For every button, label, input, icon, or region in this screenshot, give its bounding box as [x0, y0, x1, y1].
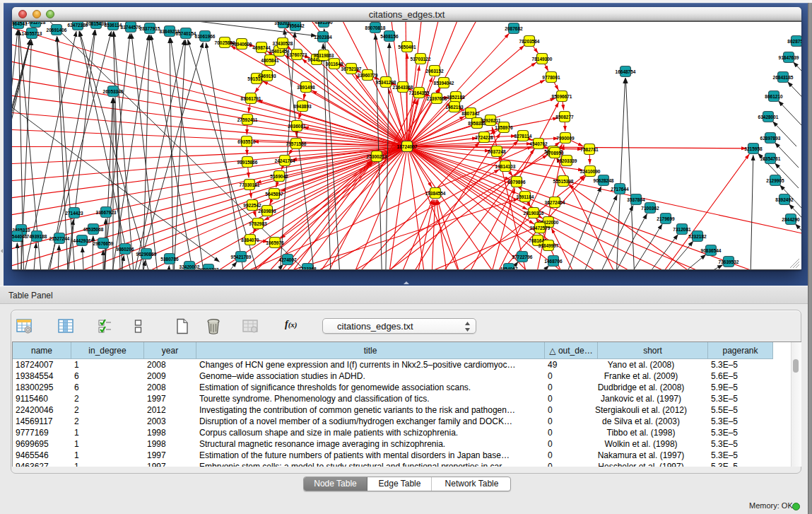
svg-text:5650401: 5650401	[398, 45, 416, 49]
svg-text:39472579: 39472579	[530, 226, 551, 230]
svg-text:83744576: 83744576	[121, 25, 141, 30]
svg-text:8028755: 8028755	[787, 39, 801, 44]
svg-text:26843185: 26843185	[773, 75, 794, 80]
svg-text:96319863: 96319863	[314, 53, 334, 58]
svg-text:96290869: 96290869	[136, 252, 157, 257]
svg-text:2129905: 2129905	[766, 178, 784, 183]
svg-text:3708950: 3708950	[546, 151, 564, 156]
svg-text:63428001: 63428001	[758, 115, 779, 119]
svg-text:33960779: 33960779	[358, 73, 378, 78]
svg-text:6469193: 6469193	[258, 74, 276, 78]
svg-text:1358976: 1358976	[495, 125, 513, 130]
svg-text:7722368: 7722368	[298, 267, 317, 270]
svg-text:7582781: 7582781	[580, 147, 599, 152]
svg-text:8943893: 8943893	[293, 104, 312, 109]
svg-text:93760773: 93760773	[287, 52, 307, 57]
svg-text:9922542: 9922542	[243, 203, 261, 208]
svg-text:8392492: 8392492	[775, 197, 794, 202]
svg-text:37430528: 37430528	[273, 41, 293, 46]
svg-text:8536114: 8536114	[105, 23, 122, 28]
svg-text:36752197: 36752197	[341, 66, 362, 71]
svg-text:4442936: 4442936	[73, 238, 91, 243]
svg-text:21527244: 21527244	[49, 236, 70, 241]
svg-text:21643368: 21643368	[393, 85, 413, 90]
svg-text:3891498: 3891498	[297, 85, 315, 90]
svg-text:32420002: 32420002	[180, 264, 200, 269]
svg-text:1202384: 1202384	[314, 35, 332, 40]
svg-text:4274007: 4274007	[278, 257, 297, 262]
svg-text:6935510: 6935510	[237, 139, 256, 144]
svg-text:30926211: 30926211	[481, 118, 501, 123]
svg-text:95421789: 95421789	[231, 255, 252, 259]
svg-text:85096671: 85096671	[552, 94, 572, 99]
svg-text:91847639: 91847639	[779, 55, 799, 60]
svg-text:2844290: 2844290	[782, 217, 800, 222]
svg-text:17912728: 17912728	[25, 22, 46, 25]
svg-text:58940600: 58940600	[232, 42, 252, 47]
svg-text:29190316: 29190316	[524, 211, 544, 216]
svg-text:4698744: 4698744	[252, 45, 271, 50]
svg-text:2724228: 2724228	[475, 135, 493, 140]
svg-text:95341298: 95341298	[376, 80, 396, 85]
svg-text:27592411: 27592411	[237, 117, 258, 122]
svg-text:89070818: 89070818	[365, 25, 386, 30]
svg-text:31849997: 31849997	[539, 243, 559, 248]
svg-text:19384554: 19384554	[425, 191, 446, 196]
svg-text:2063152: 2063152	[425, 69, 444, 74]
svg-text:31667923: 31667923	[96, 210, 117, 215]
svg-text:57722796: 57722796	[512, 255, 533, 259]
svg-text:1468706: 1468706	[544, 259, 563, 264]
svg-text:2714423: 2714423	[65, 211, 83, 216]
svg-text:4354067: 4354067	[500, 267, 518, 270]
svg-text:65740154: 65740154	[176, 31, 196, 36]
svg-text:1065976: 1065976	[266, 240, 284, 245]
svg-text:55515398: 55515398	[553, 179, 574, 184]
svg-text:78203564: 78203564	[519, 39, 540, 44]
svg-text:8661210: 8661210	[765, 94, 783, 99]
svg-text:4540702: 4540702	[529, 141, 548, 146]
svg-text:98915866: 98915866	[237, 160, 258, 165]
svg-text:28377915: 28377915	[140, 26, 160, 31]
svg-text:16648754: 16648754	[616, 69, 636, 74]
svg-text:8508277: 8508277	[555, 115, 574, 119]
svg-text:5037248: 5037248	[488, 149, 506, 154]
svg-text:26053346: 26053346	[103, 89, 124, 94]
svg-text:85394042: 85394042	[434, 81, 454, 86]
svg-text:20815439: 20815439	[86, 22, 107, 26]
svg-text:24241764: 24241764	[275, 158, 295, 163]
svg-text:2087682: 2087682	[505, 26, 523, 31]
svg-text:9860206: 9860206	[116, 247, 134, 252]
svg-text:62897893: 62897893	[760, 136, 781, 141]
svg-text:72164355: 72164355	[409, 90, 430, 95]
svg-text:45535068: 45535068	[83, 227, 104, 232]
svg-text:7312081: 7312081	[673, 227, 691, 232]
svg-text:83061791: 83061791	[241, 96, 261, 101]
svg-text:5380786: 5380786	[160, 257, 179, 262]
svg-text:5169042: 5169042	[270, 174, 288, 179]
svg-text:5408156: 5408156	[380, 34, 399, 39]
svg-text:25300213: 25300213	[367, 154, 387, 159]
svg-text:53703122: 53703122	[411, 57, 431, 62]
svg-text:14055713: 14055713	[22, 31, 42, 36]
svg-text:77330181: 77330181	[240, 182, 260, 187]
svg-text:20691406: 20691406	[47, 28, 67, 33]
svg-text:3011649: 3011649	[326, 62, 343, 66]
svg-text:18724007: 18724007	[397, 144, 418, 149]
svg-text:5232182: 5232182	[688, 234, 707, 239]
svg-text:52410090: 52410090	[580, 169, 601, 174]
svg-text:61061966: 61061966	[195, 34, 216, 39]
svg-text:21397668: 21397668	[427, 96, 447, 101]
svg-text:2036081: 2036081	[288, 124, 306, 129]
svg-text:2179699: 2179699	[657, 216, 675, 221]
svg-text:4805841: 4805841	[261, 58, 279, 63]
svg-text:90628248: 90628248	[594, 178, 614, 183]
svg-text:39902737: 39902737	[199, 267, 219, 270]
svg-text:3215958: 3215958	[744, 146, 763, 151]
svg-text:73639532: 73639532	[719, 259, 739, 264]
svg-text:90836544: 90836544	[701, 248, 722, 253]
svg-text:8384070: 8384070	[241, 238, 259, 243]
svg-text:1462193: 1462193	[445, 105, 464, 110]
svg-text:29676659: 29676659	[93, 241, 114, 246]
svg-text:9778001: 9778001	[542, 75, 560, 80]
svg-text:9782983: 9782983	[249, 221, 267, 226]
